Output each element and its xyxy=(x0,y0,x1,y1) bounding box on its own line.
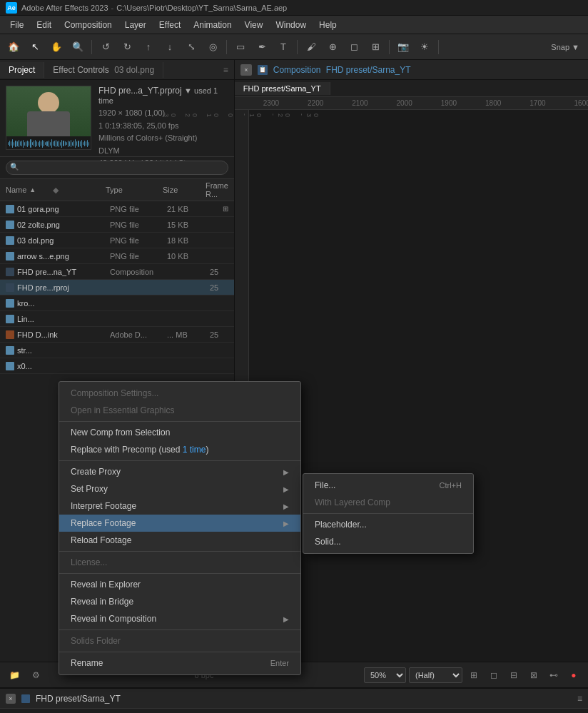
move-down[interactable]: ↓ xyxy=(161,38,179,56)
col-type-header[interactable]: Type xyxy=(106,186,163,194)
list-item[interactable]: FHD pre...rproj 25 xyxy=(0,280,234,295)
list-item[interactable]: FHD D...ink Adobe D... ... MB 25 xyxy=(0,327,234,343)
folder-btn[interactable]: 📁 xyxy=(6,667,23,684)
waveform-bar xyxy=(59,141,59,147)
color-btn[interactable]: ● xyxy=(565,667,582,684)
ruler-mark: 1900 xyxy=(441,99,457,107)
ruler-mark: 2200 xyxy=(308,99,323,107)
ctx-set-proxy[interactable]: Set Proxy ▶ xyxy=(59,480,300,497)
menu-view[interactable]: View xyxy=(239,18,269,32)
ctx-replace-with-precomp[interactable]: Replace with Precomp (used 1 time) xyxy=(59,441,300,458)
comp-tab[interactable]: FHD preset/Sarna_YT xyxy=(235,82,330,95)
panel-menu-btn[interactable]: ≡ xyxy=(218,62,234,78)
menu-window[interactable]: Window xyxy=(270,18,312,32)
menu-layer[interactable]: Layer xyxy=(119,18,152,32)
waveform-bar xyxy=(45,142,46,145)
submenu-arrow: ▶ xyxy=(283,468,289,476)
alpha-btn[interactable]: ◻ xyxy=(485,667,502,684)
col-size-header[interactable]: Size xyxy=(163,186,206,194)
waveform-bar xyxy=(83,142,83,145)
tab-project[interactable]: Project xyxy=(0,62,44,78)
reset-view-btn[interactable]: ⊞ xyxy=(465,667,482,684)
file-icon xyxy=(6,362,14,370)
ctx-reload-footage[interactable]: Reload Footage xyxy=(59,532,300,549)
hand-tool[interactable]: ✋ xyxy=(47,38,66,56)
ctx-reveal-in-bridge[interactable]: Reveal in Bridge xyxy=(59,593,300,610)
ctx-create-proxy[interactable]: Create Proxy ▶ xyxy=(59,463,300,480)
light-tool[interactable]: ☀ xyxy=(415,38,434,56)
menu-animation[interactable]: Animation xyxy=(188,18,237,32)
list-item[interactable]: str... xyxy=(0,343,234,358)
waveform-bar xyxy=(76,141,77,146)
quality-select[interactable]: (Half) (Full) (Quarter) xyxy=(409,667,462,683)
render-btn[interactable]: ⊷ xyxy=(545,667,562,684)
text-tool[interactable]: T xyxy=(274,38,293,56)
waveform-bar xyxy=(11,141,11,146)
menu-help[interactable]: Help xyxy=(313,18,343,32)
tab-effect-controls[interactable]: Effect Controls 03 dol.png xyxy=(44,62,163,78)
file-icon xyxy=(6,346,14,355)
ctx-reveal-in-composition[interactable]: Reveal in Composition ▶ xyxy=(59,610,300,627)
list-item[interactable]: x0... xyxy=(0,358,234,374)
ruler-mark: 2100 xyxy=(352,99,368,107)
zoom-tool[interactable]: 🔍 xyxy=(69,38,87,56)
menu-edit[interactable]: Edit xyxy=(31,18,57,32)
submenu-arrow: ▶ xyxy=(283,615,289,623)
ctx-new-comp-from-selection[interactable]: New Comp from Selection xyxy=(59,424,300,441)
waveform-bar xyxy=(14,142,14,146)
list-item[interactable]: arrow s...e.png PNG file 10 KB xyxy=(0,248,234,264)
ctx-composition-settings[interactable]: Composition Settings... xyxy=(59,385,300,402)
list-item[interactable]: 02 zolte.png PNG file 15 KB xyxy=(0,217,234,233)
waveform-bar xyxy=(15,141,16,147)
camera-tool[interactable]: 📷 xyxy=(394,38,412,56)
eraser-tool[interactable]: ◻ xyxy=(345,38,363,56)
anchor-tool[interactable]: ◎ xyxy=(203,38,222,56)
timeline-menu-btn[interactable]: ≡ xyxy=(577,694,582,704)
brush-tool[interactable]: 🖌 xyxy=(302,38,320,56)
ctx-rename[interactable]: Rename Enter xyxy=(59,654,300,672)
comp-close-btn[interactable]: × xyxy=(240,64,252,76)
home-btn[interactable]: 🏠 xyxy=(4,38,23,56)
settings-btn[interactable]: ⚙ xyxy=(27,667,44,684)
ctx-interpret-footage[interactable]: Interpret Footage ▶ xyxy=(59,497,300,515)
sub-file[interactable]: File... Ctrl+H xyxy=(303,477,473,494)
col-name-header[interactable]: Name ▲ ◆ xyxy=(6,186,106,195)
list-item[interactable]: Lin... xyxy=(0,311,234,327)
timeline-close-btn[interactable]: × xyxy=(6,694,16,704)
rotate-cw[interactable]: ↻ xyxy=(118,38,136,56)
sub-solid[interactable]: Solid... xyxy=(303,533,473,550)
ruler-mark: 2300 xyxy=(263,99,279,107)
list-item[interactable]: 03 dol.png PNG file 18 KB xyxy=(0,233,234,248)
pen-tool[interactable]: ✒ xyxy=(253,38,271,56)
ctx-reveal-in-explorer[interactable]: Reveal in Explorer xyxy=(59,576,300,593)
rotate-ccw[interactable]: ↺ xyxy=(96,38,115,56)
ctx-replace-footage[interactable]: Replace Footage ▶ xyxy=(59,515,300,532)
rectangle-tool[interactable]: ▭ xyxy=(231,38,250,56)
move-up[interactable]: ↑ xyxy=(139,38,158,56)
puppet-tool[interactable]: ⊞ xyxy=(366,38,385,56)
view-options-btn[interactable]: ⊟ xyxy=(505,667,522,684)
left-panel: Project Effect Controls 03 dol.png ≡ xyxy=(0,60,235,662)
menu-effect[interactable]: Effect xyxy=(153,18,186,32)
list-item[interactable]: FHD pre...na_YT Composition 25 xyxy=(0,264,234,280)
list-item[interactable]: 01 gora.png PNG file 21 KB ⊞ xyxy=(0,201,234,217)
workspace-btn[interactable]: Snap ▼ xyxy=(547,38,584,56)
comp-tab-row: FHD preset/Sarna_YT xyxy=(235,80,588,97)
menu-composition[interactable]: Composition xyxy=(59,18,118,32)
thumbnail-waveform xyxy=(6,136,91,150)
comp-options-btn[interactable]: ⊠ xyxy=(525,667,542,684)
clone-tool[interactable]: ⊕ xyxy=(323,38,342,56)
zoom-select[interactable]: 50% 100% 25% xyxy=(364,667,406,683)
search-input[interactable] xyxy=(6,161,228,175)
file-icon xyxy=(6,252,14,261)
transform-tool[interactable]: ⤡ xyxy=(182,38,201,56)
waveform-bar xyxy=(30,139,31,148)
search-icon-wrap xyxy=(6,161,228,175)
list-item[interactable]: kro... xyxy=(0,295,234,311)
menu-file[interactable]: File xyxy=(4,18,29,32)
select-tool[interactable]: ↖ xyxy=(26,38,44,56)
submenu-arrow: ▶ xyxy=(283,485,289,493)
col-fr-header[interactable]: Frame R... xyxy=(206,181,228,198)
sub-placeholder[interactable]: Placeholder... xyxy=(303,516,473,533)
waveform-bar xyxy=(57,141,58,146)
